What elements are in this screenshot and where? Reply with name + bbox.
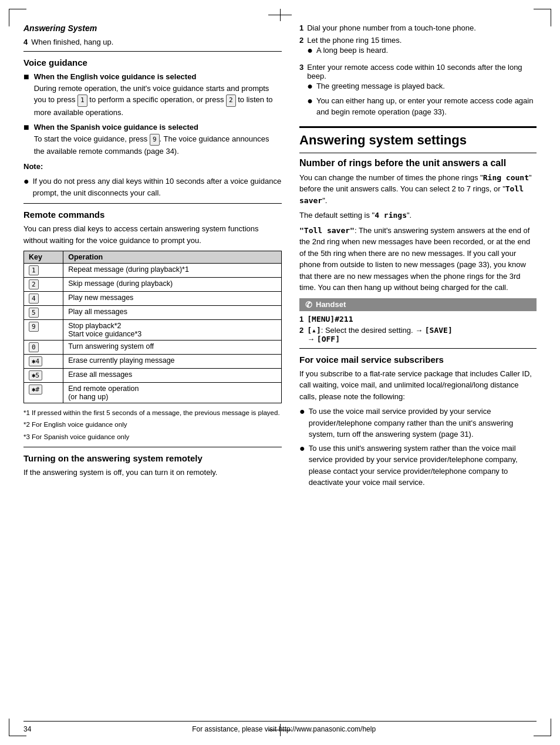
left-column: Answering System 4 When finished, hang u… [23,23,282,491]
table-col-key: Key [24,251,63,264]
table-cell-key: 2 [24,278,63,292]
remote-commands-intro: You can press dial keys to access certai… [23,223,282,246]
note-bullet-dot: ● [23,176,29,188]
spanish-guidance-text: When the Spanish voice guidance is selec… [34,122,282,157]
bottom-crosshair [268,724,292,736]
voice-mail-bullet: ●To use the voice mail service provided … [299,406,537,440]
table-cell-key: ✱# [24,383,63,403]
right-step-1-text: Dial your phone number from a touch-tone… [307,23,537,32]
square-bullet-icon-2: ■ [23,122,29,134]
spanish-guidance-bold: When the Spanish voice guidance is selec… [34,123,198,132]
step3-b2-dot: ● [307,95,313,107]
step2-bullet-text: A long beep is heard. [316,45,537,56]
key-2: 2 [226,95,236,107]
turning-on-steps-right: 1 Dial your phone number from a touch-to… [299,23,537,120]
note-text: If you do not press any dial keys within… [33,176,282,198]
table-cell-key: 0 [24,341,63,355]
right-step-3: 3 Enter your remote access code within 1… [299,63,537,120]
spanish-guidance-item: ■ When the Spanish voice guidance is sel… [23,122,282,157]
toll-saver-mono-1: Toll saver [299,184,524,205]
table-cell-op: Erase all messages [63,369,282,383]
table-cell-op: End remote operation(or hang up) [63,383,282,403]
key-cell: 1 [29,265,39,275]
table-cell-op: Repeat message (during playback)*1 [63,264,282,278]
table-cell-op: Stop playback*2Start voice guidance*3 [63,320,282,341]
table-cell-op: Turn answering system off [63,341,282,355]
table-row: 9Stop playback*2Start voice guidance*3 [24,320,282,341]
english-guidance-bold: When the English voice guidance is selec… [34,72,197,81]
handset-step-2-num: 2 [299,326,303,335]
key-9-voice: 9 [150,134,160,146]
step2-bullet: ● A long beep is heard. [307,45,537,57]
footnote-item: *3 For Spanish voice guidance only [23,432,282,442]
remote-commands-heading: Remote commands [23,210,282,220]
top-crosshair [268,9,292,21]
vm-bullet-text: To use the voice mail service provided b… [309,406,537,440]
voice-mail-heading: For voice mail service subscribers [299,355,537,365]
table-cell-key: 5 [24,306,63,320]
key-cell: ✱# [29,385,42,395]
handset-bar: ✆ Handset [299,298,537,311]
right-step-3-text: Enter your remote access code within 10 … [307,63,537,120]
key-cell: 0 [29,342,39,352]
thick-divider [299,126,537,128]
key-cell: 2 [29,279,39,289]
english-guidance-text: When the English voice guidance is selec… [34,71,282,118]
table-cell-op: Skip message (during playback) [63,278,282,292]
handset-key-hash: # [335,315,339,323]
divider-3 [23,447,282,447]
save-key: [SAVE] [425,326,453,335]
table-row: 2Skip message (during playback) [24,278,282,292]
handset-label: Handset [316,300,346,309]
table-cell-op: Erase currently playing message [63,355,282,369]
rings-para1: You can change the number of times the p… [299,172,537,207]
key-cell: ✱4 [29,356,42,366]
key-1: 1 [77,95,87,107]
voice-mail-bullet: ●To use this unit's answering system rat… [299,443,537,488]
voice-mail-bullets: ●To use the voice mail service provided … [299,406,537,488]
english-guidance-body: During remote operation, the unit's voic… [34,84,273,117]
table-col-op: Operation [63,251,282,264]
step-4-number: 4 [23,38,28,46]
divider-right-1 [299,153,537,153]
toll-saver-para: "Toll saver": The unit's answering syste… [299,225,537,294]
right-step-2-num: 2 [299,36,303,45]
key-cell: ✱5 [29,370,42,380]
footnote-item: *1 If pressed within the first 5 seconds… [23,408,282,418]
footnotes-container: *1 If pressed within the first 5 seconds… [23,408,282,442]
right-step-1-num: 1 [299,23,303,32]
ring-count-mono: Ring count [483,173,529,182]
table-cell-op: Play all messages [63,306,282,320]
right-step-2-text: Let the phone ring 15 times. ● A long be… [307,36,537,59]
rings-para2: The default setting is "4 rings". [299,210,537,221]
divider-2 [23,203,282,204]
corner-mark-tr [534,9,551,26]
vm-bullet-text: To use this unit's answering system rath… [309,443,537,488]
footer-page-number: 34 [23,725,31,733]
key-cell: 9 [29,322,39,332]
handset-step-2: 2 [▴]: Select the desired setting. → [SA… [299,326,537,343]
voice-guidance-heading: Voice guidance [23,58,282,68]
table-cell-key: 4 [24,292,63,306]
table-row: ✱5Erase all messages [24,369,282,383]
italic-title: Answering System [23,23,282,33]
step3-b1-text: The greeting message is played back. [316,80,537,92]
note-bullet: ● If you do not press any dial keys with… [23,176,282,198]
table-cell-key: 1 [24,264,63,278]
note-bold-label: Note: [23,162,43,171]
4-rings-mono: 4 rings [375,211,407,220]
rings-heading: Number of rings before the unit answers … [299,158,537,168]
page: Answering System 4 When finished, hang u… [0,0,560,745]
right-step-2: 2 Let the phone ring 15 times. ● A long … [299,36,537,59]
square-bullet-icon-1: ■ [23,71,29,83]
english-guidance-item: ■ When the English voice guidance is sel… [23,71,282,118]
turning-on-intro: If the answering system is off, you can … [23,467,282,478]
note-label: Note: [23,161,282,173]
remote-commands-table: Key Operation 1Repeat message (during pl… [23,251,282,403]
corner-mark-tl [9,9,26,26]
step3-b2-text: You can either hang up, or enter your re… [316,95,537,118]
table-cell-key: 9 [24,320,63,341]
arrow-key: [▴] [307,326,321,335]
footnote-item: *2 For English voice guidance only [23,420,282,430]
handset-step-1-num: 1 [299,315,303,323]
